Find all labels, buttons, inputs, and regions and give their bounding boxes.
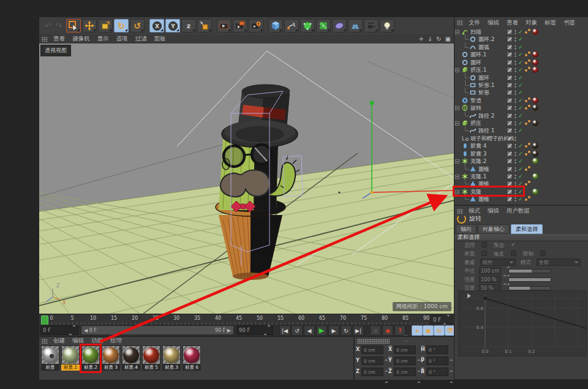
material-tag-icon[interactable] — [532, 120, 538, 126]
visibility-dots-icon[interactable] — [514, 75, 516, 81]
coord-column-header[interactable]: -- — [390, 338, 421, 344]
enabled-check-icon[interactable]: ✓ — [518, 112, 523, 119]
material-swatch-材质.4[interactable]: 材质.4 — [122, 346, 140, 371]
environment-button[interactable] — [348, 19, 363, 32]
enabled-check-icon[interactable]: ✓ — [518, 142, 523, 149]
viewport-name-label[interactable]: 透视视图 — [40, 45, 71, 56]
render-view-button[interactable] — [217, 19, 232, 32]
layer-edit-icon[interactable] — [507, 143, 512, 148]
strength-slider[interactable] — [508, 278, 551, 282]
object-row-圆环[interactable]: 圆环✓ — [454, 74, 588, 81]
scale-button[interactable] — [98, 19, 113, 32]
object-row-圆环.1[interactable]: 圆环.1✓ — [454, 51, 588, 58]
attr-menu-用户数据[interactable]: 用户数据 — [507, 207, 530, 214]
expand-toggle-icon[interactable] — [455, 68, 459, 72]
viewport-3d-canvas[interactable]: Z X — [39, 43, 454, 314]
phong-tag-icon[interactable] — [525, 151, 531, 157]
panel-grip-icon[interactable] — [457, 20, 463, 25]
expand-toggle-icon[interactable] — [455, 121, 459, 126]
layer-edit-icon[interactable] — [507, 67, 512, 72]
phong-tag-icon[interactable] — [525, 166, 531, 172]
object-row-圆环[interactable]: 圆环✓ — [454, 59, 588, 66]
object-row-旋转[interactable]: 旋转✓ — [454, 104, 588, 111]
radius-field[interactable]: 100 cm — [479, 267, 501, 274]
material-label[interactable]: 材质 3 — [102, 364, 120, 371]
phong-tag-icon[interactable] — [525, 51, 531, 58]
viewport-menu-显示[interactable]: 显示 — [97, 35, 109, 42]
subdivision-surface-button[interactable] — [300, 19, 315, 32]
object-row-挤压.1[interactable]: 挤压.1✓ — [454, 66, 588, 74]
object-name[interactable]: 路径 1 — [478, 127, 495, 134]
visibility-dots-icon[interactable] — [514, 52, 516, 58]
enabled-check-icon[interactable]: ✓ — [518, 195, 523, 203]
rotate-button[interactable]: ↻ — [114, 19, 129, 32]
object-name[interactable]: 圆环 — [470, 59, 481, 66]
layer-edit-icon[interactable] — [507, 151, 512, 156]
coord-field[interactable]: 0 cm — [361, 368, 383, 376]
visibility-dots-icon[interactable] — [514, 197, 516, 202]
strength-field[interactable]: 100 % — [479, 276, 501, 283]
next-frame-button[interactable]: ▶ — [328, 325, 339, 336]
visibility-dots-icon[interactable] — [514, 113, 516, 119]
enabled-check-icon[interactable]: ✓ — [518, 104, 523, 111]
layer-edit-icon[interactable] — [507, 90, 512, 95]
visibility-dots-icon[interactable] — [514, 167, 516, 172]
axis-z-button[interactable]: z — [181, 19, 196, 32]
coord-field[interactable]: 0 cm — [394, 346, 416, 354]
object-row-圆环.2[interactable]: 圆环.2✓ — [454, 36, 588, 43]
object-name[interactable]: 克隆.2 — [470, 157, 487, 165]
field-button[interactable] — [332, 19, 347, 32]
material-tag-icon[interactable] — [532, 173, 538, 179]
panel-grip-icon[interactable] — [357, 339, 390, 344]
phong-tag-icon[interactable] — [525, 105, 531, 111]
record-rotation-toggle[interactable]: ↻ — [434, 325, 445, 336]
goto-start-button[interactable]: |◀ — [279, 325, 290, 336]
object-row-圆锥[interactable]: 圆锥✓ — [454, 165, 588, 173]
visibility-dots-icon[interactable] — [514, 37, 516, 42]
enabled-check-icon[interactable]: ✓ — [518, 150, 523, 157]
layer-edit-icon[interactable] — [507, 98, 512, 103]
layer-edit-icon[interactable] — [507, 136, 512, 141]
enabled-check-icon[interactable]: ✓ — [518, 51, 523, 58]
pan-icon[interactable]: + — [418, 36, 423, 42]
enabled-check-icon[interactable]: ✓ — [518, 36, 523, 43]
phong-tag-icon[interactable] — [525, 97, 531, 104]
play-backward-button[interactable]: ↺ — [292, 325, 303, 336]
layer-edit-icon[interactable] — [507, 45, 512, 50]
phong-tag-icon[interactable] — [525, 67, 531, 73]
enabled-check-icon[interactable]: ✓ — [518, 89, 523, 96]
object-row-路径 2[interactable]: 路径 2✓ — [454, 112, 588, 119]
object-name[interactable]: 扫描 — [470, 28, 481, 36]
timeline-ruler[interactable]: 051015202530354045505560657075808590 0 F — [39, 314, 454, 325]
material-tag-icon[interactable] — [532, 105, 538, 111]
om-menu-查看[interactable]: 查看 — [507, 19, 518, 26]
object-row-胶囊 3[interactable]: 胶囊 3✓ — [454, 150, 588, 157]
layer-edit-icon[interactable] — [507, 60, 512, 65]
object-name[interactable]: 圆锥 — [478, 195, 489, 203]
layer-edit-icon[interactable] — [507, 167, 512, 172]
visibility-dots-icon[interactable] — [514, 136, 516, 142]
phong-tag-icon[interactable] — [525, 29, 531, 35]
visibility-dots-icon[interactable] — [514, 90, 516, 96]
om-menu-编辑[interactable]: 编辑 — [488, 19, 499, 26]
coord-field[interactable]: 0 ° — [426, 346, 448, 354]
panel-grip-icon[interactable] — [457, 209, 463, 214]
object-name[interactable]: 矩形.1 — [478, 81, 495, 89]
layer-edit-icon[interactable] — [507, 197, 512, 202]
visibility-dots-icon[interactable] — [514, 159, 516, 164]
coord-system-button[interactable] — [197, 19, 212, 32]
surface-checkbox[interactable] — [481, 251, 487, 256]
coord-field[interactable]: 0 cm — [361, 346, 383, 354]
toggle-view-icon[interactable]: ▣ — [445, 36, 451, 42]
viewport-menu-摄像机[interactable]: 摄像机 — [72, 35, 90, 42]
primitive-cube-button[interactable] — [268, 19, 283, 32]
attr-tab-对象轴心[interactable]: 对象轴心 — [478, 224, 510, 234]
enabled-check-icon[interactable]: ✓ — [518, 43, 523, 51]
axis-x-button[interactable]: X — [149, 19, 164, 32]
object-name[interactable]: 路径 2 — [478, 112, 495, 119]
enabled-check-icon[interactable]: ✓ — [518, 81, 523, 89]
soft-selection-section-header[interactable]: 柔和选择 — [454, 234, 588, 241]
material-swatch-材质.1[interactable]: 材质.1 — [61, 346, 80, 371]
coord-field[interactable]: 0 ° — [426, 357, 448, 365]
last-tool-button[interactable]: ↺ — [130, 19, 145, 32]
